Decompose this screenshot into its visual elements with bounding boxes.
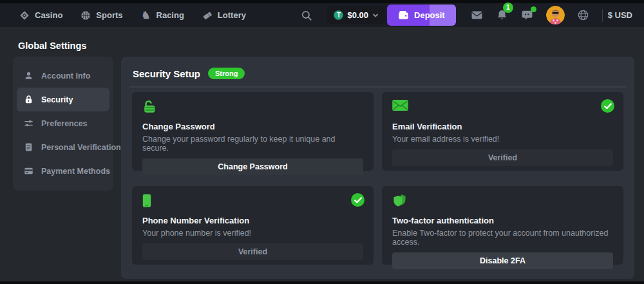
sidebar-item-label: Personal Verification [41,143,121,152]
settings-sidebar: Account Info Security Preferences Person… [13,57,113,191]
card-email-verification: Email Verification Your email address is… [382,92,623,171]
credit-card-icon [24,166,33,176]
email-verified-button[interactable]: Verified [392,149,613,166]
card-title: Two-factor authentication [392,216,613,225]
top-navbar: Casino Sports ♞ Racing Lottery T $0.00 [0,3,644,27]
deposit-label: Deposit [414,10,445,20]
change-password-button[interactable]: Change Password [142,158,363,175]
card-description: Enable Two-factor to protect your accoun… [392,229,613,247]
nav-item-label: Sports [96,10,122,20]
nav-actions: T $0.00 Deposit 1 [301,5,632,26]
sidebar-item-payment-methods[interactable]: Payment Methods [17,159,109,183]
card-description: Change your password regularly to keep i… [142,135,363,153]
phone-verified-button[interactable]: Verified [142,243,363,260]
wallet-icon [398,10,409,20]
nav-sections: Casino Sports ♞ Racing Lottery [19,10,246,21]
bottom-edge [0,281,644,284]
lottery-ticket-icon [202,10,213,21]
casino-diamond-icon [19,10,30,21]
globe-language-icon[interactable] [577,9,590,22]
document-icon [24,142,33,152]
page-title: Global Settings [18,41,86,51]
sliders-icon [24,118,33,128]
strength-badge: Strong [208,68,245,79]
sidebar-item-personal-verification[interactable]: Personal Verification [17,135,109,159]
disable-2fa-button[interactable]: Disable 2FA [392,252,613,269]
tether-coin-icon: T [334,10,343,20]
sports-ball-icon [80,10,91,21]
notifications-bell-icon[interactable]: 1 [496,9,509,22]
lock-icon [24,95,33,104]
card-change-password: Change Password Change your password reg… [132,92,374,171]
sidebar-item-account-info[interactable]: Account Info [17,64,109,88]
nav-item-label: Lottery [218,10,246,20]
person-icon [24,71,33,80]
card-description: Your email address is verified! [392,135,613,144]
card-description: Your phone number is verified! [142,229,363,238]
lock-open-icon [142,100,363,113]
wallet-group: T $0.00 Deposit [327,5,455,26]
sidebar-item-label: Preferences [41,119,88,128]
card-two-factor: Two-factor authentication Enable Two-fac… [382,186,623,265]
currency-label: $ USD [608,10,632,20]
panel-header: Security Setup Strong [121,57,634,86]
header-divider [129,86,627,88]
nav-item-lottery[interactable]: Lottery [202,10,246,21]
nav-item-racing[interactable]: ♞ Racing [141,10,184,21]
chevron-down-icon [372,12,379,19]
sidebar-item-preferences[interactable]: Preferences [17,111,109,135]
phone-icon [142,194,363,207]
card-title: Change Password [142,122,363,131]
chat-online-dot [531,6,536,12]
avatar[interactable] [546,6,565,24]
card-title: Phone Number Verification [142,216,363,225]
card-phone-verification: Phone Number Verification Your phone num… [132,186,374,265]
sidebar-item-label: Security [41,95,73,104]
deposit-button[interactable]: Deposit [387,5,456,26]
nav-item-sports[interactable]: Sports [80,10,122,21]
nav-item-label: Racing [156,10,184,20]
sidebar-item-label: Account Info [41,71,90,80]
security-cards-grid: Change Password Change your password reg… [132,92,623,265]
balance-amount: $0.00 [347,10,368,20]
chat-icon[interactable] [521,9,534,22]
verified-check-icon [601,99,614,113]
vertical-divider [602,9,603,22]
envelope-icon [392,100,613,113]
sidebar-item-security[interactable]: Security [17,88,109,111]
racing-horse-icon: ♞ [141,10,151,21]
search-icon[interactable] [301,10,312,21]
balance-selector[interactable]: T $0.00 [327,6,385,24]
sidebar-item-label: Payment Methods [41,167,110,176]
inbox-icon[interactable] [471,9,484,22]
currency-selector[interactable]: $ USD [602,9,632,22]
verified-check-icon [351,193,365,207]
notification-count-badge: 1 [503,3,513,13]
nav-item-casino[interactable]: Casino [19,10,62,21]
nav-item-label: Casino [35,10,62,20]
panel-title: Security Setup [133,68,200,79]
security-setup-panel: Security Setup Strong Change Password Ch… [121,57,634,279]
two-shields-icon [392,194,613,207]
card-title: Email Verification [392,122,613,131]
